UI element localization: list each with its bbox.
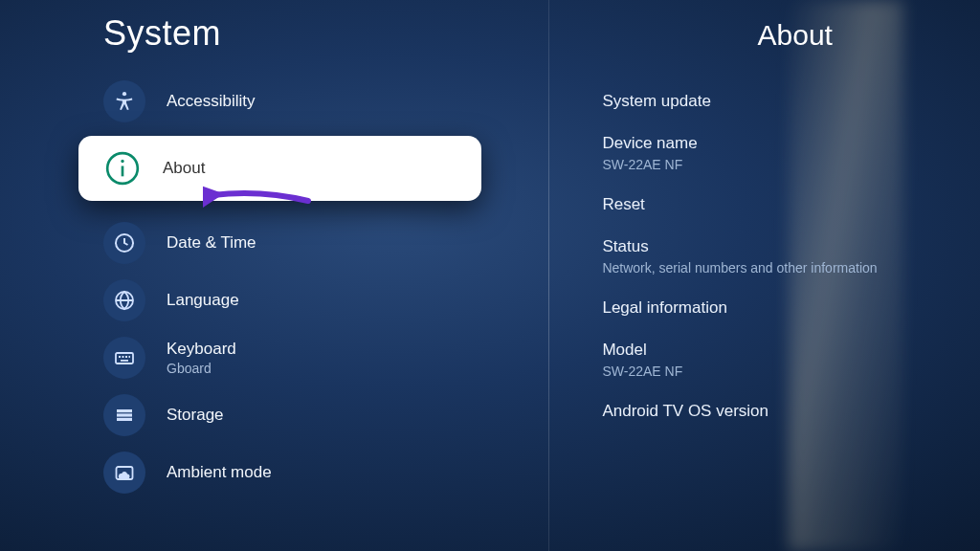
globe-icon (103, 279, 145, 321)
about-item-label: Status (602, 237, 969, 256)
about-item-label: System update (602, 92, 969, 111)
about-item-model[interactable]: Model SW-22AE NF (602, 329, 969, 390)
svg-point-3 (121, 160, 123, 163)
menu-item-sublabel: Gboard (167, 361, 236, 376)
menu-item-date-time[interactable]: Date & Time (0, 214, 548, 272)
svg-rect-11 (121, 360, 128, 362)
svg-rect-8 (122, 356, 124, 358)
svg-rect-9 (125, 356, 127, 358)
svg-rect-13 (117, 413, 132, 416)
accessibility-icon (103, 80, 145, 122)
menu-item-storage[interactable]: Storage (0, 386, 548, 444)
menu-item-ambient-mode[interactable]: Ambient mode (0, 444, 548, 494)
about-item-label: Android TV OS version (602, 402, 969, 421)
menu-item-accessibility[interactable]: Accessibility (0, 73, 548, 130)
svg-point-0 (122, 92, 126, 96)
menu-item-about[interactable]: About (78, 136, 481, 201)
menu-item-label: Date & Time (167, 233, 256, 253)
menu-item-label: Language (167, 291, 239, 310)
about-item-status[interactable]: Status Network, serial numbers and other… (602, 226, 969, 287)
menu-item-keyboard[interactable]: Keyboard Gboard (0, 329, 548, 386)
page-title: System (0, 13, 548, 73)
about-title: About (602, 19, 969, 80)
svg-rect-14 (117, 418, 132, 421)
storage-icon (103, 394, 145, 436)
about-panel: About System update Device name SW-22AE … (548, 0, 980, 551)
about-item-sublabel: Network, serial numbers and other inform… (602, 260, 969, 276)
menu-item-label: Storage (167, 406, 224, 425)
svg-rect-12 (117, 409, 132, 412)
about-item-device-name[interactable]: Device name SW-22AE NF (602, 122, 969, 184)
about-item-sublabel: SW-22AE NF (602, 157, 969, 172)
clock-icon (103, 222, 145, 264)
menu-item-label: Keyboard (167, 340, 236, 359)
about-item-legal-information[interactable]: Legal information (602, 287, 969, 329)
svg-rect-10 (129, 356, 131, 358)
menu-item-label: About (163, 159, 205, 178)
about-item-label: Reset (602, 195, 969, 214)
about-item-label: Device name (602, 134, 969, 153)
about-item-android-tv-os-version[interactable]: Android TV OS version (602, 390, 969, 421)
cloud-icon (103, 452, 145, 494)
info-icon (103, 149, 142, 187)
menu-item-language[interactable]: Language (0, 272, 548, 329)
system-menu-panel: System Accessibility About Date & Time L… (0, 0, 548, 551)
about-item-system-update[interactable]: System update (602, 80, 969, 122)
menu-item-label: Ambient mode (167, 463, 272, 482)
keyboard-icon (103, 337, 145, 379)
svg-rect-6 (116, 353, 133, 364)
about-item-reset[interactable]: Reset (602, 184, 969, 226)
svg-rect-7 (119, 356, 121, 358)
about-item-label: Legal information (602, 298, 969, 318)
about-item-sublabel: SW-22AE NF (602, 364, 969, 379)
about-item-label: Model (602, 341, 969, 360)
menu-item-label: Accessibility (167, 92, 256, 111)
